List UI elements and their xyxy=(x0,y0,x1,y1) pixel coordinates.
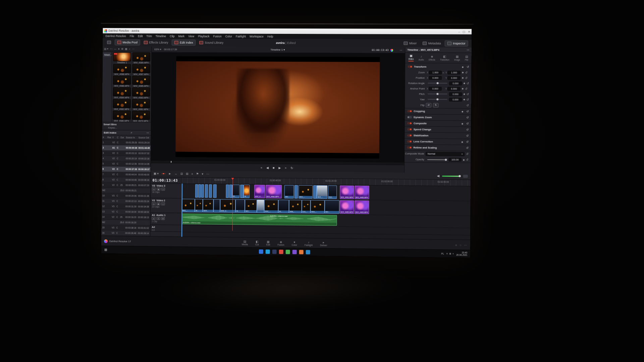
section-header[interactable]: Composite ◆ ↺ xyxy=(405,120,471,126)
taskbar-app-icon[interactable] xyxy=(265,249,270,254)
timeline-clip[interactable] xyxy=(213,199,220,213)
close-button[interactable]: ✕ xyxy=(468,30,470,33)
menu-item[interactable]: Workspace xyxy=(250,35,264,38)
edit-index-row[interactable]: 15 V3 C 00:03:38:18 00:03:41:02 xyxy=(101,225,150,231)
timeline-clip[interactable] xyxy=(229,185,232,198)
taskbar-app-icon[interactable] xyxy=(292,250,297,254)
keyframe-icon[interactable]: ◆ xyxy=(463,93,465,96)
reset-icon[interactable]: ↺ xyxy=(467,98,469,101)
video-frame[interactable] xyxy=(175,56,380,158)
audio-clip[interactable]: AVEIRA—inferno.wav AVEIRA—inferno.wav xyxy=(181,214,337,226)
menu-item[interactable]: Mark xyxy=(178,35,184,38)
pagebar-utility-icon[interactable]: ◌ xyxy=(460,243,461,246)
position-x-input[interactable]: 0.000 xyxy=(429,76,442,79)
timeline-tool-button[interactable]: ⌖ xyxy=(191,172,193,176)
panel-toggle-button[interactable]: Effects Library xyxy=(142,40,171,46)
edit-index-row[interactable]: 11 V3 C 00:00:22:13 00:00:23:19 xyxy=(102,198,150,204)
timeline-clip[interactable]: M... xyxy=(244,185,250,198)
reset-icon[interactable]: ↺ xyxy=(465,87,467,90)
page-button[interactable]: ▦ Edit xyxy=(266,240,270,246)
edit-index-row[interactable]: 13 V2 C 00:00:16:00 00:00:18:02 xyxy=(102,209,150,215)
media-clip-thumbnail[interactable]: MVI_4585.MP4 xyxy=(132,76,150,87)
options-icon[interactable]: ⋯ xyxy=(147,131,149,134)
zoom-x-input[interactable]: 1.000 xyxy=(429,70,442,74)
inspector-tab[interactable]: ◈ Effects xyxy=(428,54,436,61)
timeline-clip[interactable]: M... xyxy=(232,185,239,198)
keyframe-icon[interactable]: ◆ xyxy=(463,82,465,84)
section-enable-toggle[interactable] xyxy=(407,128,412,130)
media-clip-thumbnail[interactable]: MVI_4586.MP4 xyxy=(113,76,131,87)
timeline-clip[interactable]: MVI_4490.MP4 xyxy=(266,185,282,198)
opacity-input[interactable]: 100.00 xyxy=(448,158,462,162)
taskbar-app-icon[interactable] xyxy=(306,250,310,254)
page-button[interactable]: ♪ Fairlight xyxy=(305,240,313,246)
media-pool-tool-icon[interactable]: ▥ ▾ xyxy=(104,47,108,50)
mute-icon[interactable]: M xyxy=(161,217,165,220)
reset-icon[interactable]: ↺ xyxy=(467,93,469,96)
timeline-tool-button[interactable]: ‹●› xyxy=(162,172,165,176)
media-pool-tool-icon[interactable]: — xyxy=(114,47,116,50)
section-header[interactable]: Dynamic Zoom ◆ ↺ xyxy=(405,114,471,120)
timeline-tool-button[interactable]: ► xyxy=(168,172,171,176)
media-clip-thumbnail[interactable]: Timeline 1 xyxy=(113,53,131,64)
media-clip-thumbnail[interactable]: MVI_4588.MP4 xyxy=(113,64,131,75)
inspector-tab[interactable]: ◧ Transition xyxy=(440,54,450,61)
keyframe-icon[interactable]: ◆ xyxy=(462,71,464,74)
timeline-clip[interactable]: MVI_... xyxy=(310,200,324,214)
timeline-clip[interactable]: MVI_... xyxy=(181,199,195,212)
taskbar-app-icon[interactable] xyxy=(299,250,303,254)
timeline-clip[interactable] xyxy=(240,185,244,198)
panel-toggle-button[interactable]: Media Pool xyxy=(115,39,140,45)
enable-video-icon[interactable]: ◉ xyxy=(157,202,160,205)
windows-start-button[interactable]: ⊞ xyxy=(101,247,110,252)
timeline-clip[interactable]: MM_... xyxy=(289,200,302,213)
timeline-clip[interactable]: MV... xyxy=(245,199,257,213)
menu-item[interactable]: Fairlight xyxy=(236,35,246,38)
menu-item[interactable]: Timeline xyxy=(156,34,166,38)
keyframe-icon[interactable]: ◆ xyxy=(462,110,464,113)
timeline-clip[interactable]: MV... xyxy=(284,185,294,198)
page-button[interactable]: ◧ Cut xyxy=(255,240,259,246)
timeline-clip[interactable]: MVI_4491.MP4 xyxy=(340,185,354,199)
enable-video-icon[interactable]: ◉ xyxy=(157,188,160,191)
panel-toggle-button[interactable]: Mixer xyxy=(401,41,419,46)
reset-icon[interactable]: ↺ xyxy=(466,146,469,149)
edit-index-column-header[interactable]: Source Out xyxy=(139,136,151,139)
transport-button[interactable]: ▶ xyxy=(278,166,281,170)
menu-item[interactable]: Playback xyxy=(198,35,209,38)
reset-icon[interactable]: ↺ xyxy=(465,71,468,74)
timeline-clip[interactable] xyxy=(195,184,198,198)
rotation-input[interactable]: 0.000 xyxy=(449,81,462,85)
pagebar-utility-icon[interactable]: ⋯ xyxy=(464,243,467,246)
transport-button[interactable]: ■ xyxy=(273,166,274,170)
transport-button[interactable]: ↻ xyxy=(290,166,293,170)
page-button[interactable]: ● Color xyxy=(292,240,297,246)
keyframe-icon[interactable]: ◆ xyxy=(463,98,465,101)
presenter-icon-button[interactable] xyxy=(105,40,113,45)
menu-item[interactable]: Fusion xyxy=(213,35,221,38)
menu-item[interactable]: Edit xyxy=(138,34,143,38)
timeline-clip[interactable]: MVI... xyxy=(203,199,213,213)
timeline-tool-button[interactable]: ⊟ xyxy=(180,172,183,176)
media-clip-thumbnail[interactable]: MVI_4583.MP4 xyxy=(132,88,150,99)
taskbar-clock[interactable]: 23:40 20.04.2021 xyxy=(456,251,467,256)
timeline-clip[interactable]: MVI_... xyxy=(264,199,278,213)
media-pool-tool-icon[interactable]: ● xyxy=(118,47,120,50)
position-y-input[interactable]: 0.000 xyxy=(447,76,461,80)
keyframe-icon[interactable]: ◆ xyxy=(462,122,464,125)
reset-icon[interactable]: ↺ xyxy=(466,158,468,161)
viewer-zoom-select[interactable]: 63% ▾ xyxy=(154,48,161,51)
master-bin-item[interactable]: Mast... xyxy=(103,53,111,57)
section-header[interactable]: Retime and Scaling ◆ ↺ xyxy=(405,145,471,151)
viewer-options-icon[interactable]: ⋯ xyxy=(400,49,402,52)
edit-index-row[interactable]: 2 A1 C 00:00:00:36 00:01:44:45 xyxy=(102,145,151,151)
media-pool-tool-icon[interactable]: ⊞ xyxy=(121,47,123,50)
keyframe-icon[interactable]: ◆ xyxy=(462,66,464,68)
timeline-clip[interactable]: MVI_4... xyxy=(254,185,265,198)
timeline-clip[interactable]: MVI_... xyxy=(299,185,313,198)
lock-icon[interactable]: a xyxy=(152,187,156,190)
keyframe-icon[interactable]: ◆ xyxy=(461,140,463,143)
media-pool-tool-icon[interactable]: ⋯ xyxy=(132,47,135,50)
tray-icon[interactable]: ◖ xyxy=(452,252,454,255)
edit-index-column-header[interactable]: Dur xyxy=(121,136,126,139)
